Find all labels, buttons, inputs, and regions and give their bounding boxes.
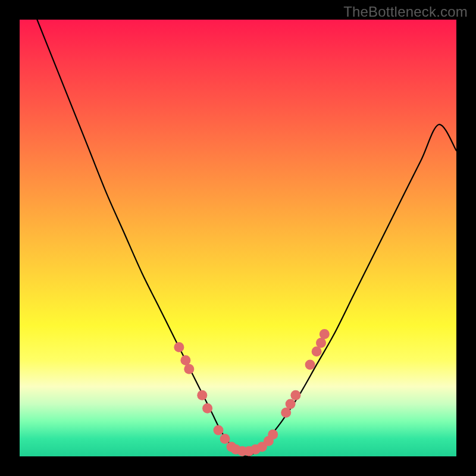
data-marker <box>281 408 291 418</box>
data-marker <box>214 425 224 436</box>
data-marker <box>320 329 330 339</box>
data-marker <box>312 346 322 356</box>
data-marker <box>316 338 326 348</box>
data-marker <box>286 399 296 409</box>
data-marker <box>202 403 212 414</box>
data-marker <box>197 390 207 400</box>
data-marker <box>268 430 278 440</box>
bottleneck-curve <box>37 20 456 456</box>
chart-frame: TheBottleneck.com <box>0 0 476 476</box>
data-marker <box>220 434 230 444</box>
attribution-text: TheBottleneck.com <box>343 4 468 20</box>
data-marker <box>174 342 184 352</box>
curve-group <box>37 20 456 456</box>
data-marker <box>290 390 300 400</box>
data-marker <box>305 359 315 369</box>
marker-group <box>174 329 329 456</box>
data-marker <box>180 355 190 365</box>
plot-area <box>20 20 456 456</box>
chart-svg <box>20 20 456 456</box>
data-marker <box>184 364 194 374</box>
